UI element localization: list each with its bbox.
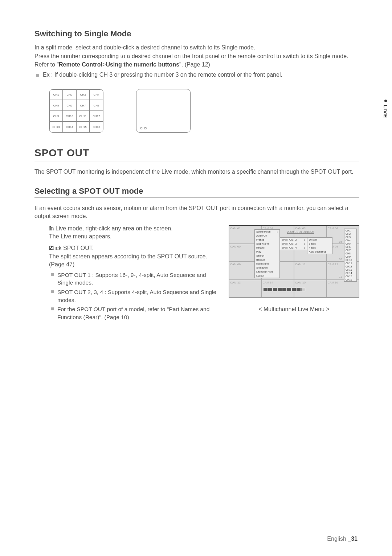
- ref-bold: Remote Control: [59, 61, 102, 68]
- ind: 05: [339, 240, 342, 243]
- menu-item[interactable]: CH1: [344, 229, 356, 232]
- menu-item[interactable]: Shutdown: [255, 266, 279, 270]
- grid-cell: CH5: [49, 100, 63, 111]
- menu-item[interactable]: Launcher Hide: [255, 270, 279, 274]
- menu-item[interactable]: Record: [255, 246, 279, 250]
- grid-cell: CH11: [76, 111, 90, 122]
- menu-item[interactable]: CH9: [344, 255, 356, 258]
- menu-item[interactable]: CH5: [344, 242, 356, 245]
- menu-item[interactable]: CH11: [344, 262, 356, 265]
- menu-item[interactable]: SPOT OUT 3: [280, 242, 307, 246]
- toolbar-icon[interactable]: [278, 288, 282, 291]
- txt: >: [102, 61, 106, 68]
- submenu-spotout[interactable]: SPOT OUT 2 SPOT OUT 3 SPOT OUT 4: [280, 237, 307, 250]
- toolbar-icons: [264, 288, 305, 291]
- menu-item[interactable]: Search: [255, 254, 279, 258]
- subsection-heading: Selecting a SPOT OUT mode: [34, 186, 359, 198]
- submenu-split[interactable]: 16-split 9-split 4-split Auto Sequence: [307, 237, 332, 254]
- section-heading-switching: Switching to Single Mode: [34, 29, 359, 39]
- ind: 13: [339, 275, 342, 278]
- menu-item[interactable]: Play: [255, 250, 279, 254]
- sub-bullet: SPOT OUT 2, 3, 4 : Supports 4-split, Aut…: [49, 288, 221, 304]
- cam-cell: CAM 11: [294, 262, 327, 280]
- toolbar-icon[interactable]: [301, 288, 305, 291]
- menu-item[interactable]: CH13: [344, 268, 356, 271]
- menu-item[interactable]: Stop Alarm: [255, 242, 279, 246]
- cam-cell: CAM 13: [229, 280, 262, 298]
- menu-item[interactable]: Scene Mode: [255, 230, 279, 234]
- grid-cell: CH8: [90, 100, 103, 111]
- context-menu[interactable]: Scene Mode Audio Off Freeze Stop Alarm R…: [254, 229, 280, 278]
- toolbar-icon[interactable]: [297, 288, 301, 291]
- txt: ". (Page 12): [179, 61, 210, 68]
- square-bullet-icon: [36, 74, 39, 77]
- menu-item[interactable]: CH8: [344, 252, 356, 255]
- ind: 09: [339, 258, 342, 261]
- toolbar-icon[interactable]: [273, 288, 277, 291]
- menu-item[interactable]: CH10: [344, 258, 356, 262]
- submenu-channels[interactable]: CH1 CH2 CH3 CH4 CH5 CH6 CH7 CH8 CH9 CH10…: [344, 229, 357, 282]
- para: In a split mode, select and double-click…: [34, 44, 359, 52]
- menu-item[interactable]: CH3: [344, 235, 356, 239]
- menu-item[interactable]: 9-split: [307, 242, 332, 246]
- para: If an event occurs such as sensor, motio…: [34, 204, 359, 220]
- cam-grid: CAM 01 CAM 02 CAM 03 CAM 04 CAM 05 CAM 0…: [229, 226, 359, 298]
- menu-item[interactable]: SPOT OUT 4: [280, 246, 307, 250]
- sub-bullet: For the SPOT OUT port of a model, refer …: [49, 305, 221, 321]
- screenshot: CAM 01 CAM 02 CAM 03 CAM 04 CAM 05 CAM 0…: [229, 225, 359, 298]
- menu-item[interactable]: CH12: [344, 265, 356, 268]
- txt: Click SPOT OUT.: [49, 245, 94, 251]
- para: The SPOT OUT monitoring is independent o…: [34, 168, 359, 176]
- side-tab: LIVE: [379, 94, 392, 138]
- grid-cell: CH1: [49, 89, 63, 100]
- menu-item[interactable]: 16-split: [307, 238, 332, 242]
- sub-bullet: SPOT OUT 1 : Supports 16-, 9-, 4-split, …: [49, 271, 221, 287]
- menu-item[interactable]: CH14: [344, 271, 356, 275]
- list-number: 1.: [34, 225, 49, 241]
- single-label: CH3: [140, 126, 147, 130]
- grid-cell: CH14: [63, 121, 76, 132]
- menu-item[interactable]: CH15: [344, 275, 356, 278]
- example-bullet: Ex : If double-clicking CH 3 or pressing…: [34, 72, 359, 78]
- menu-item[interactable]: CH2: [344, 232, 356, 235]
- grid-cell: CH2: [63, 89, 76, 100]
- diagram-row: CH1 CH2 CH3 CH4 CH5 CH6 CH7 CH8 CH9 CH10…: [49, 89, 359, 133]
- menu-item[interactable]: Main Menu: [255, 262, 279, 266]
- toolbar-icon[interactable]: [268, 288, 272, 291]
- txt: The split screen appears according to th…: [49, 253, 207, 267]
- toolbar-icon[interactable]: [282, 288, 286, 291]
- bullet-text: Ex : If double-clicking CH 3 or pressing…: [43, 72, 282, 78]
- footer-lang: English: [327, 536, 346, 542]
- timestamp: 2009-01-01 01:10:25: [287, 230, 314, 234]
- square-bullet-icon: [51, 307, 54, 310]
- menu-item[interactable]: CH6: [344, 245, 356, 249]
- menu-item[interactable]: SPOT OUT 2: [280, 238, 307, 242]
- figure-caption: < Multichannel Live Menu >: [229, 306, 359, 313]
- list-number: 2.: [34, 244, 49, 321]
- menu-item[interactable]: Backup: [255, 258, 279, 262]
- menu-item[interactable]: CH16: [344, 278, 356, 281]
- menu-item[interactable]: CH7: [344, 249, 356, 252]
- tab-label: LIVE: [383, 105, 389, 118]
- section-heading-spotout: SPOT OUT: [34, 147, 359, 161]
- menu-item[interactable]: 4-split: [307, 246, 332, 250]
- toolbar-icon[interactable]: [292, 288, 296, 291]
- footer-page: _31: [348, 536, 358, 542]
- screenshot-figure: CAM 01 CAM 02 CAM 03 CAM 04 CAM 05 CAM 0…: [229, 225, 359, 313]
- txt: The Live menu appears.: [49, 233, 112, 239]
- square-bullet-icon: [51, 273, 54, 276]
- toolbar-icon[interactable]: [264, 288, 268, 291]
- txt: Refer to ": [34, 61, 59, 68]
- grid-cell: CH15: [76, 121, 90, 132]
- para: Press the number corresponding to a desi…: [34, 52, 359, 60]
- page-footer: English _31: [327, 536, 358, 542]
- ref-bold: Using the numeric buttons: [106, 61, 179, 68]
- bullet-text: For the SPOT OUT port of a model, refer …: [57, 305, 221, 321]
- menu-item[interactable]: Audio Off: [255, 234, 279, 238]
- square-bullet-icon: [51, 290, 54, 293]
- menu-item[interactable]: Auto Sequence: [307, 250, 332, 254]
- toolbar-icon[interactable]: [287, 288, 291, 291]
- menu-item[interactable]: Freeze: [255, 238, 279, 242]
- menu-item[interactable]: CH4: [344, 239, 356, 242]
- menu-item[interactable]: Logout: [255, 274, 279, 278]
